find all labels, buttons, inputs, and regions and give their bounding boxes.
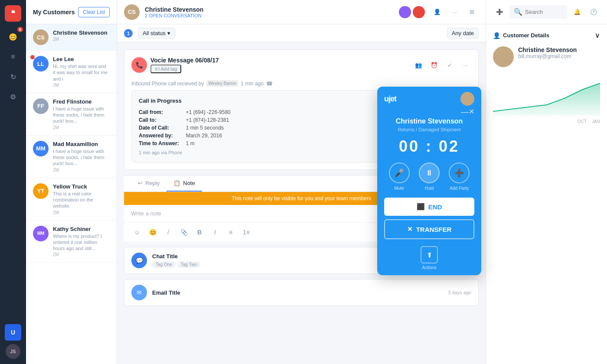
ujet-customer-name: Christine Stevenson [377,117,481,125]
avatar: CS [33,29,49,45]
list-button[interactable]: ≡ [225,226,237,238]
add-tag-button[interactable]: 🏷 Add tag [150,65,181,73]
email-icon: ✉ [131,285,147,300]
mute-label: Mute [395,186,404,191]
emoji2-button[interactable]: 😊 [147,226,159,238]
ujet-call-reason: Returns / Damaged Shipment [377,127,481,132]
check-button[interactable]: ✓ [444,59,456,71]
list-item[interactable]: FF Fred Flinstone I have a huge issue wi… [26,93,117,136]
ujet-nav-button[interactable]: U [5,324,21,341]
agent-avatar [399,6,411,18]
alarm-button[interactable]: ⏰ [428,59,440,71]
emoji-button[interactable]: ☺ [131,226,143,238]
search-icon: 🔍 [514,8,522,16]
avatar: FF [33,98,49,114]
search-icon: ≡ [11,53,15,61]
search-bar[interactable]: 🔍 [509,5,567,19]
chart-labels: OCT JAN [493,119,600,124]
actions-button[interactable]: ⬆ Actions [421,246,438,270]
svg-marker-0 [493,83,600,116]
call-to-label: Call to: [139,117,179,123]
ujet-header: ujet [377,87,481,106]
status-filter[interactable]: All status ▾ [138,28,175,39]
add-people-button[interactable]: 👥 [412,59,424,71]
transfer-icon: ✕ [407,225,413,233]
agent-avatar [413,6,425,18]
clear-list-button[interactable]: Clear List [78,7,110,17]
chart-area: OCT JAN [486,74,607,131]
customer-details-avatar [493,46,514,67]
customer-name: Mad Maxamillion [53,141,110,147]
customer-time: 2M [53,83,110,88]
date-label: Date of Call: [139,125,179,131]
layout-button[interactable]: ⊞ [465,5,479,19]
avatar: MM [33,141,49,156]
tag-one: Tag One [152,261,176,268]
slash-button[interactable]: / [162,226,174,238]
contact-button[interactable]: 👤 [430,5,444,19]
time-to-answer-label: Time to Answer: [139,140,179,146]
agent-avatars [399,6,425,18]
tab-note[interactable]: 📋 Note [166,176,202,192]
add-button[interactable]: ➕ [493,6,506,19]
right-panel: ➕ 🔍 🔔 🕐 👤 Customer Details ∨ Christine S… [486,0,607,364]
customer-time: 2M [53,210,110,215]
customer-details: 👤 Customer Details ∨ Christine Stevenson… [486,24,607,74]
list-item[interactable]: MM Kathy Schiner Where is my product? I … [26,221,117,263]
end-call-button[interactable]: ⬛ END [384,198,474,216]
italic-button[interactable]: I [209,226,221,238]
list-item[interactable]: MM Mad Maxamillion I have a huge issue w… [26,136,117,178]
customer-details-title: Customer Details [503,32,549,39]
nav-item-settings[interactable]: ⚙ [5,88,21,105]
more-button[interactable]: ··· [459,59,471,71]
chat-icon: 💬 [131,253,147,268]
app-logo[interactable]: ❝ [5,5,21,22]
customer-time: 2M [53,37,110,42]
ujet-close-button[interactable]: ✕ [469,107,474,116]
user-avatar[interactable]: JS [6,344,20,359]
left-nav: ❝ 😊 6 ≡ ↻ ⚙ U JS [0,0,26,364]
mute-button[interactable]: 🎤 Mute [389,162,410,191]
list-item[interactable]: CS Christine Stevenson 2M [26,24,117,51]
filter-bar: 1 All status ▾ Any date [117,24,486,42]
transfer-button[interactable]: ✕ TRANSFER [384,219,474,239]
add-party-button[interactable]: ➕ Add Party [449,162,470,191]
customer-preview: I have a huge issue with these socks, i … [53,106,110,124]
history-button[interactable]: 🕐 [587,6,600,19]
ordered-list-button[interactable]: 1≡ [240,226,252,238]
bold-button[interactable]: B [193,226,206,238]
conversation-item-email[interactable]: ✉ Email Title 3 days ago [124,279,479,306]
ujet-minimize-button[interactable]: — [461,107,469,116]
nav-item-notifications[interactable]: 😊 6 [5,29,21,45]
list-item[interactable]: YT Yellow Truck This is a real color com… [26,178,117,221]
performance-chart [493,81,600,116]
nav-item-refresh[interactable]: ↻ [5,68,21,85]
customer-name: Yellow Truck [53,183,110,190]
customer-details-email: bill.murray@gmail.com [518,53,577,59]
customer-time: 2M [53,252,110,257]
search-input[interactable] [525,9,563,15]
more-options-button[interactable]: ··· [447,5,461,19]
conv-title: Email Title [152,289,443,296]
customer-preview: Hi, my shirt was sent and it was way to … [53,63,110,82]
date-filter[interactable]: Any date [447,28,479,39]
call-status: Call in Progress [139,98,182,104]
list-item[interactable]: LL Lee Lee Hi, my shirt was sent and it … [26,51,117,93]
avatar: LL [33,56,49,72]
collapse-icon[interactable]: ∨ [595,31,600,39]
customer-preview: Where is my product? I ordered it one mi… [53,233,110,252]
hold-button[interactable]: ⏸ Hold [419,162,440,191]
customers-sidebar: My Customers Clear List CS Christine Ste… [26,0,117,364]
call-from-label: Call from: [139,109,179,115]
header-actions: 👤 ··· ⊞ [430,5,479,19]
nav-item-search[interactable]: ≡ [5,49,21,65]
tab-reply[interactable]: ↩ Reply [131,176,166,192]
voice-message-title: Vocie Message 06/08/17 [150,57,219,64]
contact-name: Christine Stevenson [145,6,394,13]
conversation-status: 2 OPEN CONVERSATION [145,13,394,18]
attach-button[interactable]: 📎 [178,226,190,238]
conv-time: 3 days ago [448,290,471,295]
add-party-label: Add Party [450,186,469,191]
chat-header: CS Christine Stevenson 2 OPEN CONVERSATI… [117,0,486,24]
bell-button[interactable]: 🔔 [571,6,584,19]
